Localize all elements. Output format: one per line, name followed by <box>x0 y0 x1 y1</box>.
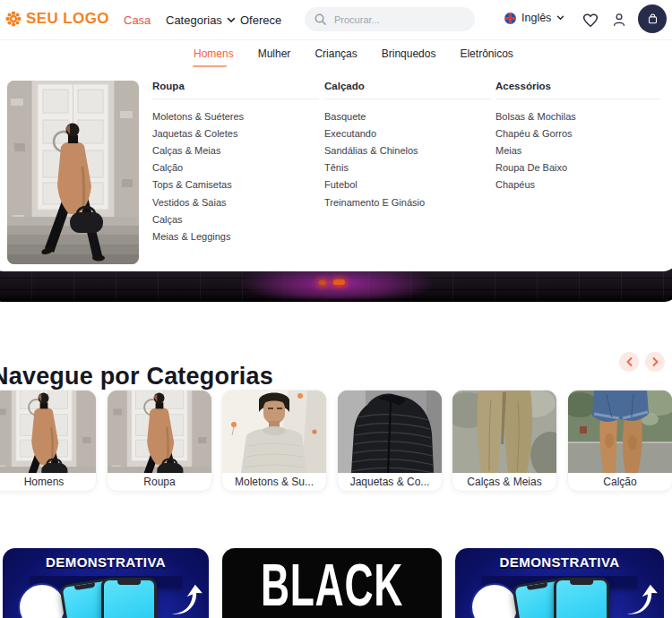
chevron-down-icon <box>227 17 236 23</box>
mega-menu-tabs: Homens Mulher Crianças Brinquedos Eletrô… <box>194 47 513 60</box>
next-arrow-icon <box>651 356 659 367</box>
search-bar[interactable] <box>305 7 475 31</box>
category-label: Moletons & Su... <box>222 473 326 491</box>
category-label: Homens <box>0 473 96 491</box>
arrow-swoosh-icon <box>624 579 659 618</box>
column-title[interactable]: Acessórios <box>495 81 660 91</box>
tab-homens[interactable]: Homens <box>194 47 234 60</box>
divider <box>324 99 491 99</box>
menu-item[interactable]: Roupa De Baixo <box>495 159 660 176</box>
neon-dot <box>333 279 345 285</box>
tab-criancas[interactable]: Crianças <box>314 47 357 60</box>
menu-item[interactable]: Moletons & Suéteres <box>152 107 319 124</box>
hero-strip-banner[interactable] <box>0 269 672 302</box>
category-image <box>0 391 96 473</box>
mega-menu-panel: SEU LOGO Casa Categorias Oferece Inglês <box>0 0 672 271</box>
language-selector[interactable]: Inglês <box>504 12 564 24</box>
tab-eletronicos[interactable]: Eletrônicos <box>460 47 513 60</box>
nav-item-categorias[interactable]: Categorias <box>166 13 236 27</box>
account-button[interactable] <box>610 10 630 28</box>
category-label: Roupa <box>108 473 211 491</box>
phone-graphic <box>554 578 609 618</box>
promo-title: DEMONSTRATIVA <box>3 554 209 570</box>
divider <box>495 99 660 99</box>
arrow-swoosh-icon <box>168 579 204 618</box>
promo-banner-demo-1[interactable]: DEMONSTRATIVA <box>3 548 209 618</box>
menu-item[interactable]: Calças <box>152 210 319 227</box>
logo[interactable]: SEU LOGO <box>4 10 109 28</box>
menu-item[interactable]: Chapéu & Gorros <box>495 124 660 142</box>
section-title: Navegue por Categorias <box>0 363 273 391</box>
promo-circle <box>470 583 519 618</box>
menu-item[interactable]: Calção <box>152 159 319 176</box>
category-label: Calças & Meias <box>452 473 556 491</box>
category-card-calcas[interactable]: Calças & Meias <box>452 390 557 492</box>
active-tab-underline <box>193 65 227 67</box>
category-card-roupa[interactable]: Roupa <box>107 390 212 492</box>
menu-item[interactable]: Jaquetas & Coletes <box>152 124 319 142</box>
logo-text: SEU LOGO <box>26 10 109 28</box>
promo-banner-black[interactable]: BLACK <box>222 548 442 618</box>
category-card-jaquetas[interactable]: Jaquetas & Co... <box>337 390 443 492</box>
menu-item[interactable]: Meias <box>495 142 660 159</box>
menu-hero-image[interactable] <box>7 81 139 264</box>
category-image <box>452 391 556 473</box>
category-card-calcao[interactable]: Calção <box>567 390 672 492</box>
divider <box>152 99 319 99</box>
search-input[interactable] <box>332 13 461 26</box>
logo-icon <box>4 10 22 28</box>
nav-item-casa[interactable]: Casa <box>124 13 151 27</box>
category-card-moletons[interactable]: Moletons & Su... <box>221 390 327 492</box>
menu-item[interactable]: Tops & Camisetas <box>152 176 319 193</box>
menu-column-acessorios: Acessórios Bolsas & Mochilas Chapéu & Go… <box>495 81 660 193</box>
heart-icon <box>581 11 600 29</box>
bag-icon <box>645 12 660 27</box>
category-image <box>222 391 326 473</box>
prev-arrow-icon <box>625 356 633 367</box>
menu-item[interactable]: Vestidos & Saias <box>152 193 319 210</box>
tab-brinquedos[interactable]: Brinquedos <box>382 47 436 60</box>
menu-item[interactable]: Sandálias & Chinelos <box>324 142 491 159</box>
promo-circle <box>18 583 66 618</box>
promo-banner-demo-2[interactable]: DEMONSTRATIVA <box>455 548 664 618</box>
category-label: Jaquetas & Co... <box>338 473 442 491</box>
menu-item[interactable]: Calças & Meias <box>152 142 319 159</box>
wishlist-button[interactable] <box>581 11 600 29</box>
header: SEU LOGO Casa Categorias Oferece Inglês <box>0 0 672 40</box>
column-title[interactable]: Roupa <box>152 81 319 91</box>
promo-title: BLACK <box>261 556 403 615</box>
category-image <box>338 391 442 473</box>
carousel-prev-button[interactable] <box>619 352 639 372</box>
category-card-homens[interactable]: Homens <box>0 390 97 492</box>
menu-column-roupa: Roupa Moletons & Suéteres Jaquetas & Col… <box>152 81 319 245</box>
category-label: Calção <box>568 473 672 491</box>
menu-item[interactable]: Chapéus <box>495 176 660 193</box>
cart-button[interactable] <box>638 4 667 33</box>
category-image <box>108 391 211 473</box>
user-icon <box>610 10 628 30</box>
menu-item[interactable]: Futebol <box>324 176 491 193</box>
neon-dot <box>319 280 326 285</box>
chevron-down-icon <box>556 15 564 21</box>
menu-item[interactable]: Meias & Leggings <box>152 227 319 245</box>
phone-graphic <box>101 578 157 618</box>
nav-item-categorias-label: Categorias <box>166 13 222 27</box>
column-title[interactable]: Calçado <box>324 81 491 91</box>
menu-item[interactable]: Bolsas & Mochilas <box>495 107 660 124</box>
menu-item[interactable]: Tênis <box>324 159 491 176</box>
page: SEU LOGO Casa Categorias Oferece Inglês <box>0 0 672 618</box>
menu-column-calcado: Calçado Basquete Executando Sandálias & … <box>324 81 491 210</box>
promo-title: DEMONSTRATIVA <box>455 554 664 570</box>
carousel-next-button[interactable] <box>645 352 665 372</box>
menu-item[interactable]: Basquete <box>324 107 491 124</box>
menu-item[interactable]: Treinamento E Ginásio <box>324 193 491 210</box>
nav-item-oferece[interactable]: Oferece <box>240 13 281 27</box>
tab-mulher[interactable]: Mulher <box>258 47 291 60</box>
flag-icon <box>504 13 516 24</box>
category-image <box>568 391 672 473</box>
search-icon <box>314 13 327 26</box>
menu-item[interactable]: Executando <box>324 124 491 142</box>
language-label: Inglês <box>521 12 551 24</box>
